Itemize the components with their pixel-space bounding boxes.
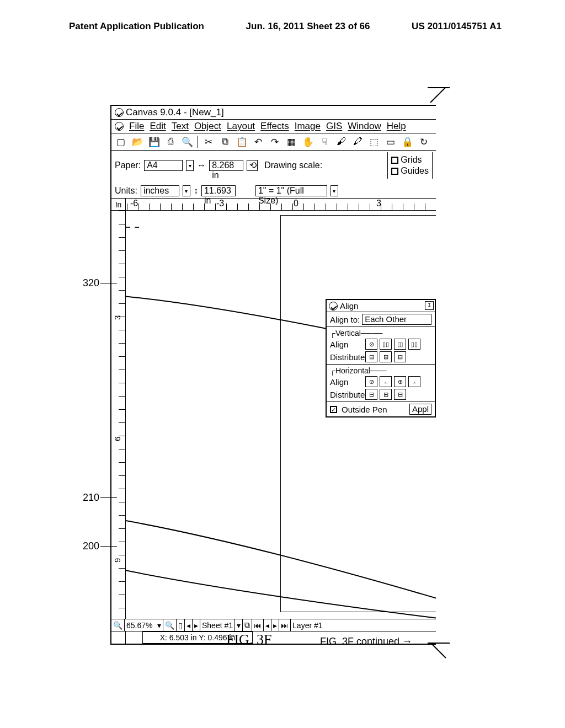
figure-continued: FIG. 3F continued → [320,636,412,647]
menu-effects[interactable]: Effects [260,121,289,132]
align-panel-logo-icon [329,302,338,311]
v-align-right-icon[interactable]: ▯▯ [408,339,420,350]
print-icon[interactable]: ⎙ [164,136,177,148]
titlebar: Canvas 9.0.4 - [New_1] [111,106,436,120]
align-to-row: Align to: Each Other [327,312,435,327]
scale-field[interactable]: 1" = 1" (Full Size) [255,185,327,196]
drawing-canvas[interactable]: Align ↧ Align to: Each Other ┌Vertical──… [126,211,436,619]
cut-icon[interactable]: ✂ [202,136,215,148]
pub-label: Patent Application Publication [69,21,204,32]
select-icon[interactable]: ⬚ [368,136,380,148]
menu-layout[interactable]: Layout [227,121,255,132]
date-sheet: Jun. 16, 2011 Sheet 23 of 66 [246,21,370,32]
units-dropdown-icon[interactable]: ▾ [183,185,190,196]
open-icon[interactable]: 📂 [131,136,143,148]
menu-help[interactable]: Help [387,121,406,132]
h-dist-2-icon[interactable]: ⊞ [380,389,392,400]
callout-320-text: 320 [83,277,99,288]
statusbar-row1: 🔍 65.67% ▾ 🔍 ▯ ◂ ▸ Sheet #1 ▾ ⧉ ⏮ ◂ ▸ ⏭ … [111,619,436,631]
lock-icon[interactable]: 🔒 [401,136,413,148]
redo-icon[interactable]: ↷ [269,136,281,148]
preview-icon[interactable]: 🔍 [181,136,193,148]
orientation-button[interactable]: ⟲ [247,160,258,171]
new-icon[interactable]: ▢ [115,136,127,148]
apply-button[interactable]: Appl [409,404,431,415]
vertical-group: ┌Vertical──── Align ⊘ ▯▯ ◫ ▯▯ Distribute… [327,327,435,365]
pointer-icon[interactable]: ☟ [318,136,331,148]
v-dist-2-icon[interactable]: ⊞ [380,351,392,362]
v-dist-3-icon[interactable]: ⊟ [394,351,406,362]
align-to-field[interactable]: Each Other [362,314,431,325]
v-dist-1-icon[interactable]: ⊟ [365,351,377,362]
layer-next-icon[interactable]: ▸ [271,619,279,631]
hand-icon[interactable]: ✋ [302,136,314,148]
h-dist-3-icon[interactable]: ⊟ [394,389,406,400]
h-align-middle-icon[interactable]: ⊕ [394,376,406,387]
sheet-dropdown-icon[interactable]: ▾ [235,619,243,631]
v-align-none-icon[interactable]: ⊘ [365,339,377,350]
copy-icon[interactable]: ⧉ [219,136,231,148]
sheet-prev-icon[interactable]: ◂ [185,619,193,631]
width-field[interactable]: 8.268 in [209,160,243,171]
h-align-none-icon[interactable]: ⊘ [365,376,377,387]
zoom-dropdown-icon[interactable]: ▾ [156,619,163,631]
grids-checkbox[interactable] [391,157,398,164]
vertical-label: Vertical [335,329,361,338]
refresh-icon[interactable]: ↻ [418,136,430,148]
ruler-vertical[interactable]: 3 6 9 [111,211,126,619]
menu-text[interactable]: Text [172,121,189,132]
layer-icon[interactable]: ⧉ [243,619,252,631]
units-field[interactable]: inches [141,185,179,196]
layer-prev-icon[interactable]: ◂ [264,619,271,631]
v-align-center-icon[interactable]: ◫ [394,339,406,350]
paint-icon[interactable]: 🖌 [335,136,347,148]
menu-object[interactable]: Object [194,121,221,132]
paper-dropdown-icon[interactable]: ▾ [186,160,194,171]
grid-icon[interactable]: ▦ [285,136,297,148]
h-dist-1-icon[interactable]: ⊟ [365,389,377,400]
ruler-corner[interactable]: In [111,199,126,210]
outside-pen-checkbox[interactable] [330,406,337,413]
height-arrow-icon: ↕ [194,186,198,196]
menu-file[interactable]: File [129,121,144,132]
ruler-h-ticks [127,204,436,210]
h-align-bottom-icon[interactable]: ⫠ [408,376,420,387]
guides-checkbox[interactable] [391,168,398,175]
menu-edit[interactable]: Edit [150,121,166,132]
align-panel-title: Align [340,301,358,311]
zoom-field[interactable]: 65.67% [125,619,156,631]
align-panel-titlebar[interactable]: Align ↧ [327,300,435,312]
ruler-horizontal[interactable]: In -6 -3 0 3 [111,199,436,211]
callout-210: 210 [83,492,99,504]
sheet-tab[interactable]: Sheet #1 [200,619,235,631]
scale-dropdown-icon[interactable]: ▾ [331,185,338,196]
figure-continued-text: FIG. 3F continued [320,636,399,647]
menu-gis[interactable]: GIS [326,121,342,132]
align-panel-collapse-icon[interactable]: ↧ [425,301,434,310]
menu-window[interactable]: Window [348,121,381,132]
page-icon[interactable]: ▯ [177,619,185,631]
align-to-label: Align to: [330,315,360,324]
zoom-in-icon[interactable]: 🔍 [163,619,177,631]
paper-label: Paper: [115,160,141,170]
rect-icon[interactable]: ▭ [385,136,397,148]
paper-field[interactable]: A4 [144,160,183,171]
save-icon[interactable]: 💾 [148,136,160,148]
svg-line-2 [430,87,446,103]
v-align-left-icon[interactable]: ▯▯ [380,339,392,350]
align-bottom-row: Outside Pen Appl [327,402,435,416]
callout-200-text: 200 [83,540,99,552]
layer-tab[interactable]: Layer #1 [291,619,324,631]
brush-icon[interactable]: 🖍 [351,136,364,148]
doc-logo-icon [115,122,124,131]
menu-image[interactable]: Image [295,121,321,132]
undo-icon[interactable]: ↶ [252,136,264,148]
zoom-out-icon[interactable]: 🔍 [111,619,125,631]
layer-last-icon[interactable]: ⏭ [279,619,291,631]
paste-icon[interactable]: 📋 [236,136,248,148]
height-field[interactable]: 11.693 in [201,185,236,196]
layer-first-icon[interactable]: ⏮ [252,619,264,631]
outside-pen-label: Outside Pen [342,405,407,414]
sheet-next-icon[interactable]: ▸ [193,619,200,631]
h-align-top-icon[interactable]: ⫠ [380,376,392,387]
